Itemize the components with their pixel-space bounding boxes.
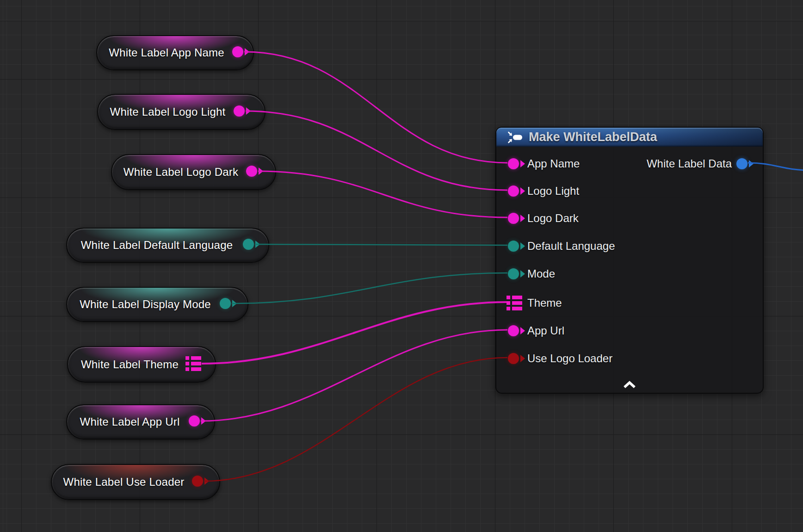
input-pin-row-app-url: App Url	[496, 323, 763, 338]
variable-node-white-label-default-language[interactable]: White Label Default Language	[66, 228, 269, 263]
pin-arrow-icon	[246, 107, 251, 115]
input-pin-red[interactable]	[508, 353, 519, 364]
pin-arrow-icon	[749, 160, 754, 167]
variable-node-white-label-logo-dark[interactable]: White Label Logo Dark	[111, 154, 276, 190]
chevron-up-icon[interactable]	[619, 379, 640, 391]
pin-arrow-icon	[520, 242, 525, 250]
pin-arrow-icon	[520, 215, 525, 222]
wire-magenta_wire[interactable]	[201, 330, 507, 421]
input-pin-label: Logo Dark	[527, 212, 579, 225]
output-pin-teal[interactable]	[243, 239, 254, 250]
variable-node-label: White Label Default Language	[75, 229, 238, 262]
pin-arrow-icon	[201, 417, 206, 425]
pin-arrow-icon	[520, 270, 525, 278]
pin-arrow-icon	[245, 48, 249, 56]
pin-arrow-icon	[520, 187, 525, 195]
pin-arrow-icon	[520, 160, 525, 167]
input-pin-row-logo-dark: Logo Dark	[496, 211, 763, 226]
input-pin-label: App Url	[527, 324, 564, 337]
output-pin-magenta[interactable]	[232, 46, 243, 57]
input-pin-magenta[interactable]	[508, 325, 519, 336]
wire-magenta_wire[interactable]	[246, 111, 507, 190]
make-node-header: Make WhiteLabelData	[496, 128, 763, 147]
make-node-title: Make WhiteLabelData	[529, 130, 657, 144]
variable-node-label: White Label Display Mode	[75, 288, 215, 321]
variable-node-label: White Label App Url	[75, 405, 184, 439]
pin-arrow-icon	[520, 355, 525, 362]
variable-node-label: White Label Theme	[76, 347, 183, 382]
variable-node-label: White Label App Name	[105, 36, 228, 69]
input-pin-teal[interactable]	[508, 268, 519, 279]
variable-node-white-label-logo-light[interactable]: White Label Logo Light	[97, 94, 266, 130]
input-pin-magenta[interactable]	[508, 186, 519, 197]
wire-magenta_wire[interactable]	[244, 52, 507, 163]
input-pin-label: Use Logo Loader	[527, 352, 612, 365]
input-pin-teal[interactable]	[508, 241, 519, 252]
make-struct-icon	[507, 131, 523, 144]
variable-node-label: White Label Use Loader	[60, 465, 187, 499]
variable-node-white-label-display-mode[interactable]: White Label Display Mode	[66, 287, 248, 322]
output-pin-magenta[interactable]	[234, 105, 245, 117]
pin-arrow-icon	[232, 300, 237, 307]
pin-arrow-icon	[259, 167, 263, 175]
make-whitelabeldata-node[interactable]: Make WhiteLabelData App NameLogo LightLo…	[495, 127, 764, 394]
input-pin-magenta[interactable]	[508, 213, 519, 224]
input-pin-label: Theme	[527, 297, 562, 309]
pin-arrow-icon	[204, 477, 209, 485]
pin-arrow-icon	[520, 327, 525, 334]
wire-teal_wire[interactable]	[255, 244, 507, 245]
output-pin-blue[interactable]	[736, 158, 747, 169]
input-pin-label: Default Language	[527, 240, 615, 253]
variable-node-white-label-app-name[interactable]: White Label App Name	[96, 35, 254, 70]
input-pin-row-logo-light: Logo Light	[496, 184, 763, 198]
input-pin-magenta[interactable]	[508, 158, 519, 169]
pin-arrow-icon	[255, 241, 260, 248]
output-pin-row-white-label-data: White Label Data	[496, 156, 763, 171]
output-pin-magenta[interactable]	[246, 166, 257, 177]
wire-teal_wire[interactable]	[232, 273, 507, 303]
input-pin-row-theme: Theme	[496, 296, 763, 310]
variable-node-white-label-app-url[interactable]: White Label App Url	[66, 404, 215, 439]
output-pin-red[interactable]	[192, 476, 203, 487]
wire-magenta_wire[interactable]	[202, 302, 507, 364]
variable-node-label: White Label Logo Light	[106, 95, 229, 129]
input-pin-row-use-logo-loader: Use Logo Loader	[496, 351, 763, 366]
variable-node-white-label-theme[interactable]: White Label Theme	[67, 346, 216, 383]
variable-node-label: White Label Logo Dark	[120, 155, 241, 189]
wire-red_wire[interactable]	[204, 358, 507, 481]
output-pin-teal[interactable]	[220, 298, 231, 309]
input-pin-struct[interactable]	[507, 296, 522, 310]
blueprint-graph-canvas[interactable]: White Label App NameWhite Label Logo Lig…	[0, 0, 803, 532]
input-pin-label: Logo Light	[527, 185, 579, 198]
input-pin-row-mode: Mode	[496, 266, 763, 281]
variable-node-white-label-use-loader[interactable]: White Label Use Loader	[51, 464, 220, 500]
wire-magenta_wire[interactable]	[258, 171, 507, 217]
input-pin-row-default-language: Default Language	[496, 239, 763, 254]
output-pin-magenta[interactable]	[189, 415, 200, 427]
output-pin-struct[interactable]	[185, 356, 201, 371]
input-pin-label: Mode	[527, 267, 555, 280]
output-pin-label: White Label Data	[647, 157, 732, 170]
